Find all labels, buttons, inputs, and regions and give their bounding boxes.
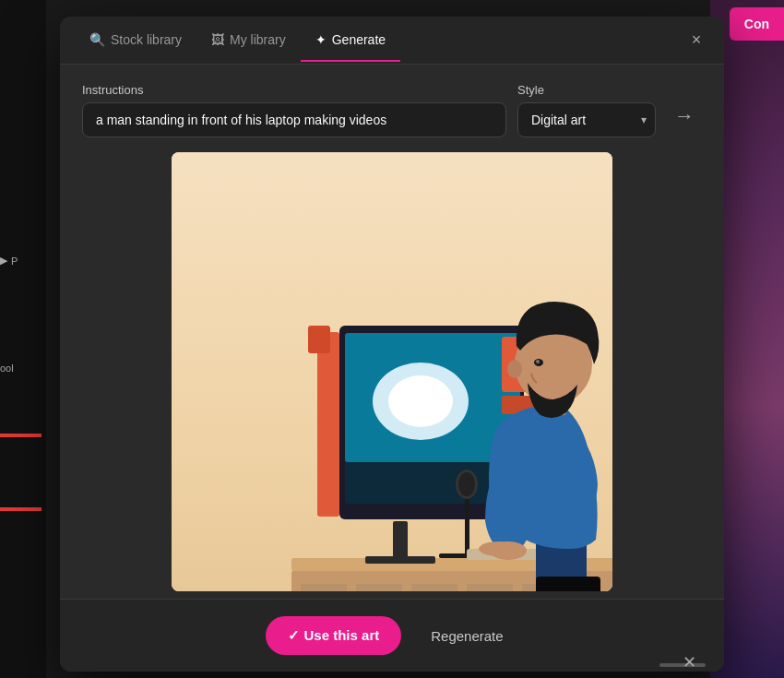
svg-point-16	[388, 375, 453, 427]
svg-rect-4	[356, 584, 402, 591]
modal-overlay: 🔍 Stock library 🖼 My library ✦ Generate …	[0, 0, 784, 678]
tab-bar: 🔍 Stock library 🖼 My library ✦ Generate …	[60, 17, 724, 65]
tab-generate[interactable]: ✦ Generate	[301, 19, 400, 62]
controls-row: Instructions Style Digital art Photoreal…	[82, 83, 702, 137]
tab-my-library-label: My library	[230, 32, 286, 47]
svg-point-35	[507, 360, 522, 378]
svg-rect-9	[365, 556, 435, 564]
instructions-input[interactable]	[82, 102, 506, 137]
tab-generate-label: Generate	[332, 32, 386, 47]
modal-close-button[interactable]: ×	[683, 28, 709, 54]
image-container	[82, 152, 702, 591]
svg-rect-5	[411, 584, 457, 591]
svg-rect-8	[393, 521, 408, 562]
style-label: Style	[517, 83, 656, 97]
generated-image	[172, 152, 612, 591]
tab-stock-label: Stock library	[111, 32, 182, 47]
regenerate-button[interactable]: Regenerate	[416, 617, 517, 655]
style-select[interactable]: Digital art Photorealistic Cartoon Sketc…	[517, 102, 656, 137]
tab-stock-library[interactable]: 🔍 Stock library	[75, 19, 196, 62]
instructions-label: Instructions	[82, 83, 506, 97]
generate-icon: ✦	[315, 32, 327, 47]
svg-rect-10	[317, 332, 339, 517]
use-art-button[interactable]: ✓ Use this art	[266, 616, 401, 655]
svg-rect-11	[308, 326, 330, 353]
svg-rect-32	[536, 577, 600, 591]
action-bar: ✓ Use this art Regenerate	[60, 599, 724, 672]
svg-rect-6	[467, 584, 513, 591]
svg-point-39	[536, 360, 540, 363]
style-group: Style Digital art Photorealistic Cartoon…	[517, 83, 656, 137]
image-icon: 🖼	[211, 32, 224, 47]
modal-body: Instructions Style Digital art Photoreal…	[60, 65, 724, 599]
bottom-close-icon[interactable]: ✕	[683, 652, 696, 672]
search-icon: 🔍	[89, 32, 105, 47]
illustration-svg	[172, 152, 612, 591]
style-select-wrapper: Digital art Photorealistic Cartoon Sketc…	[517, 102, 656, 137]
generate-modal: 🔍 Stock library 🖼 My library ✦ Generate …	[60, 17, 724, 672]
instructions-group: Instructions	[82, 83, 506, 137]
tab-my-library[interactable]: 🖼 My library	[196, 19, 301, 62]
svg-rect-24	[465, 494, 469, 558]
svg-rect-3	[301, 584, 347, 591]
svg-point-27	[458, 472, 475, 496]
svg-point-37	[479, 541, 519, 556]
generate-arrow-button[interactable]: →	[667, 101, 702, 137]
